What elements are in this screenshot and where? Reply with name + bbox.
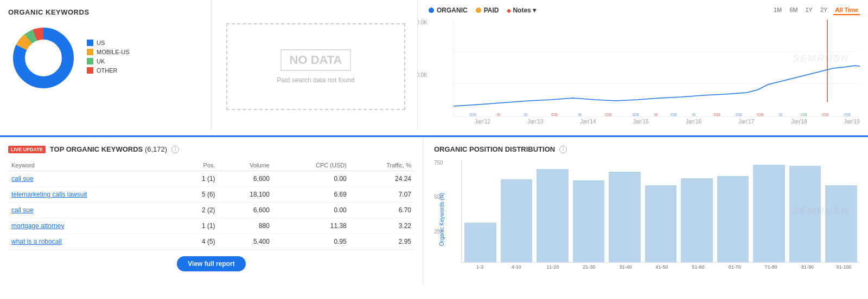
keyword-link[interactable]: call sue — [11, 175, 34, 183]
svg-point-4 — [25, 40, 61, 76]
cell-volume: 6,600 — [219, 203, 273, 218]
svg-text:CG: CG — [671, 112, 677, 116]
view-full-report-button[interactable]: View full report — [177, 256, 245, 271]
notes-button[interactable]: ◆ Notes ▾ — [507, 6, 535, 14]
donut-chart — [8, 23, 79, 93]
bar-labels-row: 1-34-1011-2021-3031-4041-5051-6061-7071-… — [461, 264, 860, 270]
bar-chart-y-axis: 750 500 250 — [434, 160, 443, 263]
no-data-box: NO DATA Paid search data not found — [226, 23, 405, 110]
info-icon[interactable]: i — [171, 146, 179, 153]
svg-text:CG: CG — [822, 112, 829, 116]
cell-volume: 6,600 — [219, 171, 273, 187]
bar — [645, 185, 677, 262]
col-keyword: Keyword — [8, 160, 177, 171]
keyword-link[interactable]: mortgage attorney — [11, 222, 64, 230]
cell-traffic: 6.70 — [350, 203, 414, 218]
cell-cpc: 0.00 — [273, 171, 350, 187]
filter-6m[interactable]: 6M — [788, 5, 799, 15]
no-data-sub: Paid search data not found — [277, 76, 354, 84]
bar-x-label: 81-90 — [792, 264, 824, 270]
live-update-badge: live update — [8, 146, 46, 153]
keywords-table-section: live update TOP ORGANIC KEYWORDS (6,172)… — [0, 137, 423, 284]
svg-text:CG: CG — [844, 112, 851, 116]
cell-volume: 18,100 — [219, 187, 273, 203]
no-data-text: NO DATA — [280, 49, 352, 71]
filter-2y[interactable]: 2Y — [819, 5, 829, 15]
bar-x-label: 61-70 — [719, 264, 751, 270]
bottom-section: live update TOP ORGANIC KEYWORDS (6,172)… — [0, 137, 868, 284]
bar — [464, 223, 496, 262]
legend-paid: PAID — [476, 6, 499, 14]
bar-column — [609, 172, 641, 262]
pos-dist-info-icon[interactable]: i — [559, 146, 567, 153]
table-row: mortgage attorney 1 (1) 880 11.38 3.22 — [8, 218, 414, 234]
legend-color-us — [87, 40, 93, 46]
table-row: telemarketing calls lawsuit 5 (6) 18,100… — [8, 187, 414, 203]
keyword-link[interactable]: what is a robocall — [11, 238, 62, 245]
bar-x-label: 91-100 — [828, 264, 860, 270]
bar — [681, 178, 713, 262]
table-row: call sue 2 (2) 6,600 0.00 6.70 — [8, 203, 414, 218]
filter-all-time[interactable]: All Time — [833, 5, 860, 15]
keyword-link[interactable]: call sue — [11, 206, 34, 214]
bar-watermark: SEMrush — [793, 205, 849, 217]
bar-chart-area: Organic Keywords (N) 750 500 250 SEMrush… — [461, 160, 860, 279]
cell-pos: 2 (2) — [177, 203, 219, 218]
svg-text:CG: CG — [470, 112, 476, 116]
col-volume: Volume — [219, 160, 273, 171]
table-row: call sue 1 (1) 6,600 0.00 24.24 — [8, 171, 414, 187]
svg-text:CG: CG — [757, 112, 764, 116]
cell-pos: 1 (1) — [177, 171, 219, 187]
cell-volume: 880 — [219, 218, 273, 234]
bar — [609, 172, 641, 262]
svg-text:G: G — [524, 112, 527, 116]
traffic-chart-area: SEMrush CG G G CG G CG — [453, 20, 860, 117]
diamond-icon: ◆ — [507, 8, 511, 14]
bar-x-label: 1-3 — [464, 264, 496, 270]
cell-pos: 4 (5) — [177, 234, 219, 250]
bar-x-label: 41-50 — [646, 264, 678, 270]
pos-dist-title: ORGANIC POSITION DISTRIBUTION — [434, 145, 555, 153]
svg-text:CG: CG — [551, 112, 558, 116]
bar-column — [645, 185, 677, 262]
legend-color-other — [87, 67, 93, 74]
bar-column — [825, 185, 857, 262]
keywords-table-header: live update TOP ORGANIC KEYWORDS (6,172)… — [8, 145, 414, 153]
svg-text:G: G — [497, 112, 500, 116]
cell-traffic: 7.07 — [350, 187, 414, 203]
table-row: what is a robocall 4 (5) 5,400 0.95 2.95 — [8, 234, 414, 250]
col-pos: Pos. — [177, 160, 219, 171]
legend-mobile-us: MOBILE-US — [87, 49, 130, 55]
filter-1m[interactable]: 1M — [772, 5, 783, 15]
filter-1y[interactable]: 1Y — [803, 5, 814, 15]
legend-color-uk — [87, 58, 93, 64]
svg-text:G: G — [654, 112, 658, 116]
bar — [753, 165, 785, 262]
svg-text:CG: CG — [605, 112, 612, 116]
chart-wrapper: 20.0K 10.0K SEMrush CG G — [429, 20, 860, 125]
bar-column — [681, 178, 713, 262]
traffic-chart-section: ORGANIC PAID ◆ Notes ▾ 1M 6M 1Y 2Y All T… — [418, 0, 868, 130]
paid-dot — [476, 8, 481, 13]
position-dist-section: ORGANIC POSITION DISTRIBUTION i Organic … — [423, 137, 868, 284]
bar-x-label: 4-10 — [500, 264, 532, 270]
bar — [573, 180, 605, 262]
bar-column — [717, 176, 749, 262]
svg-text:CG: CG — [633, 112, 639, 116]
chart-y-labels: 20.0K 10.0K — [418, 20, 427, 125]
bar-column — [573, 180, 605, 262]
legend-organic: ORGANIC — [429, 6, 468, 14]
bar — [537, 169, 569, 262]
keywords-table-title: TOP ORGANIC KEYWORDS (6,172) — [50, 145, 167, 153]
svg-text:CG: CG — [801, 112, 807, 116]
bar-column — [464, 223, 496, 262]
svg-text:CG: CG — [714, 112, 720, 116]
keyword-link[interactable]: telemarketing calls lawsuit — [11, 191, 87, 198]
bar — [717, 176, 749, 262]
cell-traffic: 3.22 — [350, 218, 414, 234]
cell-cpc: 0.95 — [273, 234, 350, 250]
cell-pos: 1 (1) — [177, 218, 219, 234]
cell-pos: 5 (6) — [177, 187, 219, 203]
cell-volume: 5,400 — [219, 234, 273, 250]
paid-search-section: NO DATA Paid search data not found — [212, 0, 418, 130]
